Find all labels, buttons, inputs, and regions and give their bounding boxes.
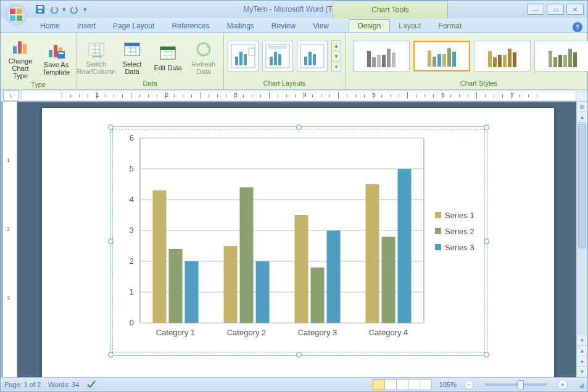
status-words[interactable]: Words: 34 (48, 381, 79, 388)
resize-handle[interactable] (296, 352, 302, 357)
group-chart-styles: ▲▼▾ Chart Styles (346, 33, 588, 89)
tab-selector[interactable]: L (3, 90, 19, 101)
tab-insert[interactable]: Insert (68, 20, 104, 32)
svg-text:Series 1: Series 1 (445, 211, 474, 220)
tab-mailings[interactable]: Mailings (218, 20, 263, 32)
svg-rect-26 (249, 48, 255, 55)
svg-rect-15 (59, 52, 64, 54)
svg-rect-65 (382, 237, 395, 323)
svg-rect-2 (17, 9, 22, 14)
qat-customize[interactable]: ▾ (82, 3, 88, 15)
document-area[interactable]: 0123456Category 1Category 2Category 3Cat… (17, 102, 576, 377)
vertical-ruler[interactable]: 123 (3, 102, 17, 377)
chart-layout-option[interactable] (262, 41, 293, 71)
view-draft[interactable] (420, 379, 432, 390)
svg-text:Category 2: Category 2 (227, 328, 267, 337)
svg-rect-68 (435, 212, 441, 218)
scroll-up[interactable]: ▲ (577, 112, 587, 123)
tab-references[interactable]: References (163, 20, 218, 32)
page: 0123456Category 1Category 2Category 3Cat… (42, 108, 554, 377)
tab-layout[interactable]: Layout (390, 20, 429, 32)
edit-data-button[interactable]: Edit Data (152, 41, 184, 71)
svg-rect-9 (18, 41, 22, 54)
horizontal-ruler[interactable]: 1234567 (22, 90, 576, 101)
next-page[interactable]: ▼ (577, 367, 587, 377)
scroll-thumb[interactable] (578, 124, 586, 248)
svg-point-0 (5, 4, 27, 26)
redo-button[interactable] (68, 3, 81, 15)
save-button[interactable] (34, 3, 46, 15)
chart-style-option[interactable] (534, 41, 588, 71)
view-outline[interactable] (408, 379, 420, 390)
layouts-scroll[interactable]: ▲▼▾ (331, 40, 341, 72)
ribbon-tabs: Chart Tools Home Insert Page Layout Refe… (1, 18, 587, 33)
svg-rect-10 (23, 44, 27, 54)
spellcheck-icon[interactable] (86, 380, 96, 390)
ruler-toggle[interactable]: ▤ (577, 102, 587, 112)
tab-review[interactable]: Review (263, 20, 304, 32)
resize-handle[interactable] (484, 352, 489, 357)
app-window: ▾ ▾ MyTem - Microsoft Word (Trial) — ▭ ✕… (0, 0, 588, 392)
tab-view[interactable]: View (304, 20, 337, 32)
refresh-data-button: Refresh Data (188, 37, 220, 75)
zoom-in[interactable]: + (558, 380, 568, 390)
chart-style-option[interactable] (353, 41, 410, 71)
minimize-button[interactable]: — (527, 4, 544, 15)
scroll-down[interactable]: ▼ (577, 335, 587, 346)
help-icon[interactable]: ? (573, 22, 582, 32)
svg-text:1: 1 (130, 287, 134, 296)
svg-rect-54 (185, 261, 199, 323)
svg-text:Category 3: Category 3 (298, 328, 337, 337)
svg-rect-3 (10, 15, 15, 21)
chart-style-option[interactable] (474, 41, 531, 71)
change-chart-type-button[interactable]: Change Chart Type (4, 34, 36, 80)
svg-rect-34 (308, 52, 312, 65)
svg-text:6: 6 (130, 133, 134, 142)
chart-layout-option[interactable] (228, 41, 259, 71)
zoom-knob[interactable] (518, 380, 524, 390)
tab-design[interactable]: Design (349, 19, 390, 32)
svg-rect-11 (49, 50, 52, 57)
svg-rect-6 (38, 6, 43, 9)
zoom-level[interactable]: 105% (439, 381, 457, 388)
maximize-button[interactable]: ▭ (547, 4, 564, 15)
view-full-screen[interactable] (384, 379, 397, 390)
view-print-layout[interactable] (373, 379, 385, 390)
tab-page-layout[interactable]: Page Layout (104, 20, 163, 32)
horizontal-ruler-row: L 1234567 (1, 90, 587, 102)
svg-rect-58 (256, 261, 270, 323)
resize-handle[interactable] (108, 125, 114, 130)
resize-grip[interactable]: ◢ (579, 381, 584, 389)
vertical-scrollbar[interactable]: ▤ ▲ ▼ ▲ ● ▼ (576, 102, 587, 377)
svg-rect-53 (169, 249, 183, 323)
svg-rect-64 (366, 184, 379, 323)
resize-handle[interactable] (296, 125, 302, 130)
status-page[interactable]: Page: 1 of 2 (4, 381, 41, 388)
resize-handle[interactable] (484, 125, 489, 130)
prev-page[interactable]: ▲ (577, 346, 587, 356)
tab-format[interactable]: Format (429, 20, 470, 32)
view-web-layout[interactable] (396, 379, 408, 390)
resize-handle[interactable] (108, 352, 114, 357)
undo-button[interactable] (48, 3, 60, 15)
chart-style-option[interactable] (413, 41, 470, 71)
resize-handle[interactable] (484, 239, 489, 244)
svg-rect-29 (274, 52, 277, 65)
close-button[interactable]: ✕ (566, 4, 584, 15)
svg-rect-30 (278, 54, 281, 65)
zoom-out[interactable]: − (464, 380, 474, 390)
svg-text:4: 4 (130, 195, 134, 204)
undo-menu[interactable]: ▾ (61, 3, 67, 15)
zoom-slider[interactable] (485, 383, 547, 386)
tab-home[interactable]: Home (31, 20, 68, 32)
resize-handle[interactable] (108, 239, 114, 244)
svg-text:Series 3: Series 3 (445, 243, 474, 252)
chart-object[interactable]: 0123456Category 1Category 2Category 3Cat… (110, 126, 487, 356)
select-data-button[interactable]: Select Data (116, 37, 148, 75)
office-button[interactable] (4, 3, 28, 27)
save-as-template-button[interactable]: Save As Template (40, 38, 72, 76)
status-bar: Page: 1 of 2 Words: 34 105% − + ◢ (1, 377, 587, 391)
chart-layout-option[interactable] (297, 41, 328, 71)
svg-rect-52 (153, 190, 167, 323)
browse-object[interactable]: ● (577, 356, 587, 367)
